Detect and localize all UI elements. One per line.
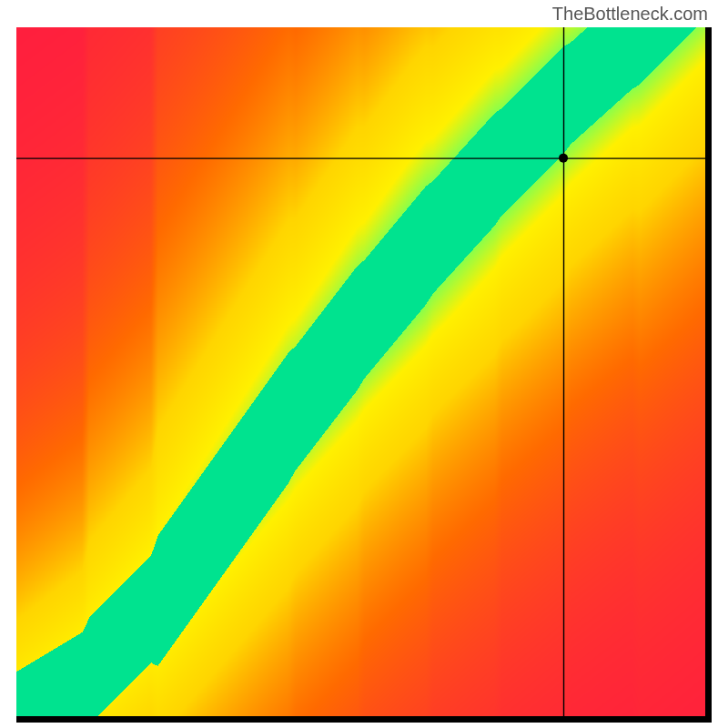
heatmap-plot xyxy=(16,27,712,723)
watermark-text: TheBottleneck.com xyxy=(552,4,708,25)
